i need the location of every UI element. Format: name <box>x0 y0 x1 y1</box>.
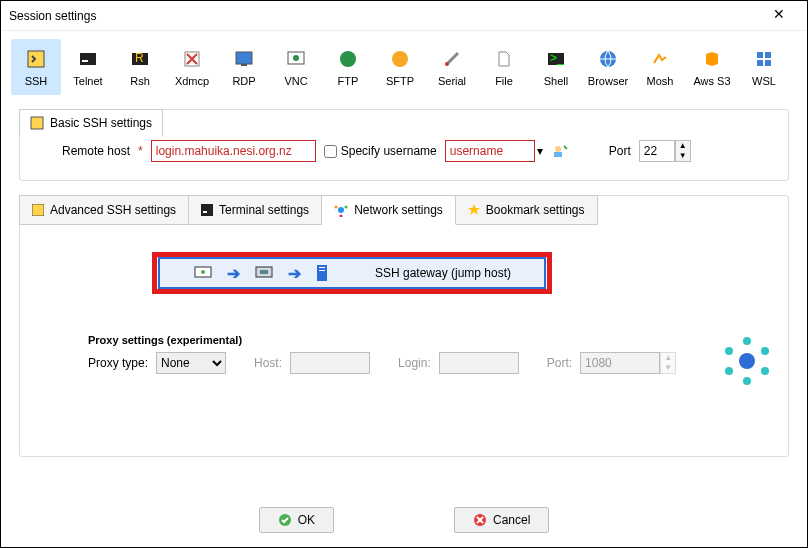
protocol-label: Rsh <box>130 75 150 87</box>
window-title: Session settings <box>9 9 759 23</box>
tab-network[interactable]: Network settings <box>322 195 456 225</box>
svg-rect-1 <box>80 53 96 65</box>
settings-tabs-group: Advanced SSH settings Terminal settings … <box>19 195 789 457</box>
protocol-label: Aws S3 <box>693 75 730 87</box>
svg-rect-16 <box>757 52 763 58</box>
basic-ssh-settings-tab: Basic SSH settings <box>19 109 163 137</box>
tab-advanced-ssh[interactable]: Advanced SSH settings <box>19 195 189 225</box>
svg-rect-25 <box>203 211 207 213</box>
svg-rect-33 <box>260 270 268 274</box>
arrow-right-icon: ➔ <box>227 264 240 283</box>
tab-terminal[interactable]: Terminal settings <box>189 195 322 225</box>
svg-rect-22 <box>554 152 562 157</box>
client-icon <box>193 265 213 281</box>
dialog-footer: OK Cancel <box>1 507 807 533</box>
protocol-xdmcp[interactable]: Xdmcp <box>167 39 217 95</box>
svg-rect-35 <box>319 267 325 268</box>
tab-label: Terminal settings <box>219 203 309 217</box>
specify-username-label: Specify username <box>341 144 437 158</box>
network-icon <box>334 203 348 217</box>
protocol-sftp[interactable]: SFTP <box>375 39 425 95</box>
protocol-aws-s3[interactable]: Aws S3 <box>687 39 737 95</box>
svg-point-43 <box>725 347 733 355</box>
ftp-icon <box>336 47 360 71</box>
tab-bookmark[interactable]: Bookmark settings <box>456 195 598 225</box>
ssh-gateway-button[interactable]: ➔ ➔ SSH gateway (jump host) <box>152 252 552 294</box>
sftp-icon <box>388 47 412 71</box>
protocol-mosh[interactable]: Mosh <box>635 39 685 95</box>
protocol-rdp[interactable]: RDP <box>219 39 269 95</box>
tabs-row: Advanced SSH settings Terminal settings … <box>19 195 598 225</box>
chevron-down-icon[interactable]: ▾ <box>537 144 543 158</box>
protocol-toolbar: SSH Telnet R Rsh Xdmcp RDP VNC FTP SFTP … <box>1 31 807 101</box>
svg-rect-17 <box>765 52 771 58</box>
proxy-type-select[interactable]: None <box>156 352 226 374</box>
mosh-icon <box>648 47 672 71</box>
svg-point-28 <box>345 206 348 209</box>
proxy-host-input <box>290 352 370 374</box>
port-input[interactable] <box>639 140 675 162</box>
proxy-port-label: Port: <box>547 356 572 370</box>
network-decoration-icon <box>717 331 777 391</box>
protocol-telnet[interactable]: Telnet <box>63 39 113 95</box>
svg-rect-2 <box>82 60 88 62</box>
gateway-button-label: SSH gateway (jump host) <box>375 266 511 280</box>
protocol-serial[interactable]: Serial <box>427 39 477 95</box>
terminal-icon <box>201 204 213 216</box>
server-icon <box>315 264 329 282</box>
protocol-wsl[interactable]: WSL <box>739 39 789 95</box>
svg-point-42 <box>725 367 733 375</box>
svg-text:>_: >_ <box>550 51 564 65</box>
proxy-heading: Proxy settings (experimental) <box>88 334 776 346</box>
required-mark: * <box>138 144 143 158</box>
proxy-port-spinner: ▲▼ <box>660 352 676 374</box>
file-icon <box>492 47 516 71</box>
svg-point-27 <box>335 206 338 209</box>
svg-point-21 <box>555 146 561 152</box>
protocol-shell[interactable]: >_ Shell <box>531 39 581 95</box>
protocol-ssh[interactable]: SSH <box>11 39 61 95</box>
cancel-button[interactable]: Cancel <box>454 507 549 533</box>
svg-text:R: R <box>135 51 144 65</box>
protocol-vnc[interactable]: VNC <box>271 39 321 95</box>
protocol-label: Telnet <box>73 75 102 87</box>
svg-point-12 <box>445 62 449 66</box>
svg-rect-24 <box>201 204 213 216</box>
protocol-browser[interactable]: Browser <box>583 39 633 95</box>
ok-button[interactable]: OK <box>259 507 334 533</box>
protocol-label: Serial <box>438 75 466 87</box>
svg-point-11 <box>392 51 408 67</box>
basic-group-label: Basic SSH settings <box>50 116 152 130</box>
protocol-rsh[interactable]: R Rsh <box>115 39 165 95</box>
remote-host-input[interactable] <box>151 140 316 162</box>
svg-rect-20 <box>31 117 43 129</box>
aws-s3-icon <box>700 47 724 71</box>
user-picker-icon[interactable] <box>551 142 569 160</box>
svg-rect-36 <box>319 270 325 271</box>
username-input[interactable] <box>445 140 535 162</box>
proxy-port-input <box>580 352 660 374</box>
tab-label: Bookmark settings <box>486 203 585 217</box>
shell-icon: >_ <box>544 47 568 71</box>
svg-rect-18 <box>757 60 763 66</box>
gateway-icon <box>254 265 274 281</box>
port-spinner[interactable]: ▲▼ <box>675 140 691 162</box>
check-icon <box>278 513 292 527</box>
ok-label: OK <box>298 513 315 527</box>
svg-point-39 <box>761 347 769 355</box>
close-icon[interactable]: ✕ <box>759 6 799 26</box>
specify-username-checkbox[interactable] <box>324 145 337 158</box>
svg-point-10 <box>340 51 356 67</box>
protocol-file[interactable]: File <box>479 39 529 95</box>
protocol-label: Xdmcp <box>175 75 209 87</box>
xdmcp-icon <box>180 47 204 71</box>
svg-point-26 <box>338 207 344 213</box>
protocol-ftp[interactable]: FTP <box>323 39 373 95</box>
proxy-login-input <box>439 352 519 374</box>
svg-rect-7 <box>241 64 247 66</box>
browser-icon <box>596 47 620 71</box>
svg-rect-6 <box>236 52 252 64</box>
basic-row: Remote host * Specify username ▾ Port ▲▼ <box>32 140 776 162</box>
svg-rect-19 <box>765 60 771 66</box>
cancel-label: Cancel <box>493 513 530 527</box>
